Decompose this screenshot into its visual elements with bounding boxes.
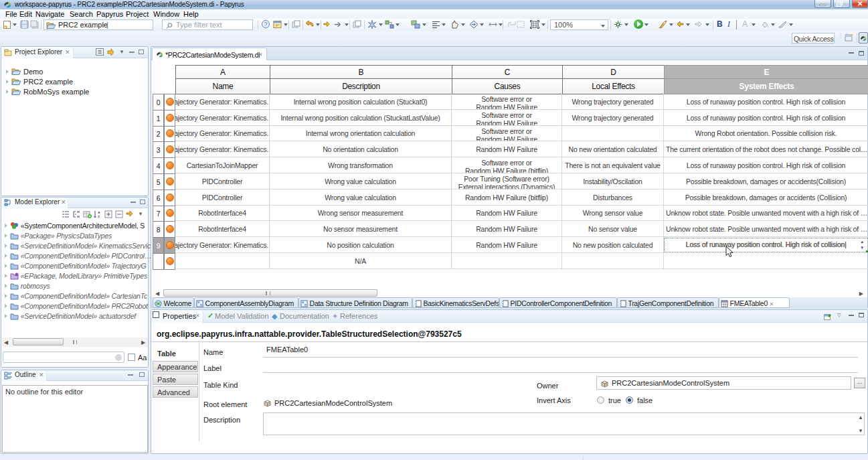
svg-text:z: z — [98, 214, 100, 218]
